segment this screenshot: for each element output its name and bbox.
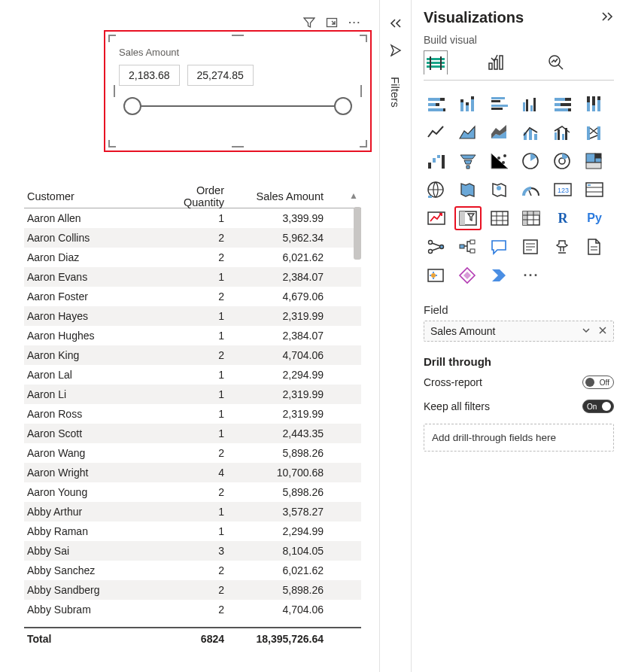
treemap-icon[interactable]: [582, 150, 607, 172]
table-row[interactable]: Aaron Wang25,898.26: [24, 443, 361, 463]
area-chart-icon[interactable]: [455, 121, 481, 144]
cell-qty: 2: [153, 349, 238, 361]
table-row[interactable]: Aaron Lal12,294.99: [24, 365, 361, 385]
slicer-to-input[interactable]: 25,274.85: [187, 65, 254, 86]
r-visual-icon[interactable]: R: [550, 207, 576, 230]
paginated-report-icon[interactable]: [582, 236, 607, 258]
arcgis-icon[interactable]: [424, 264, 449, 287]
svg-rect-14: [428, 108, 443, 111]
table-row[interactable]: Aaron Li12,319.99: [24, 385, 361, 404]
expand-right-icon[interactable]: [600, 11, 614, 24]
tab-build-visual[interactable]: [424, 50, 448, 74]
slicer-slider[interactable]: [132, 105, 343, 107]
azure-map-icon[interactable]: [487, 178, 512, 201]
table-row[interactable]: Abby Sandberg25,898.26: [24, 580, 361, 600]
report-canvas[interactable]: ··· Sales Amount 2,183.68 25,274.85 ▲ Cu…: [0, 0, 380, 672]
100-stacked-bar-icon[interactable]: [550, 93, 576, 115]
smart-narrative-icon[interactable]: [518, 236, 544, 258]
gauge-icon[interactable]: [518, 178, 544, 201]
cell-customer: Aaron Allen: [27, 212, 153, 224]
goals-icon[interactable]: [550, 236, 576, 258]
ribbon-chart-icon[interactable]: [582, 121, 607, 144]
stacked-bar-icon[interactable]: [424, 93, 449, 115]
clustered-bar-icon[interactable]: [487, 93, 512, 115]
table-row[interactable]: Abby Arthur13,578.27: [24, 502, 361, 521]
col-header-amount[interactable]: Sales Amount: [238, 190, 324, 202]
table-row[interactable]: Aaron Diaz26,021.62: [24, 248, 361, 267]
power-automate-icon[interactable]: [487, 264, 512, 287]
line-chart-icon[interactable]: [424, 121, 449, 144]
cross-report-toggle[interactable]: Off: [582, 376, 614, 389]
table-row[interactable]: Abby Sanchez26,021.62: [24, 561, 361, 580]
cell-customer: Aaron Li: [27, 388, 153, 400]
python-visual-icon[interactable]: Py: [582, 207, 607, 230]
filter-icon[interactable]: [303, 17, 315, 31]
col-header-qty[interactable]: Order Quantity: [153, 184, 238, 208]
slider-thumb-max[interactable]: [334, 97, 352, 115]
table-row[interactable]: Aaron Evans12,384.07: [24, 267, 361, 287]
slicer-visual[interactable]: Sales Amount 2,183.68 25,274.85: [104, 30, 372, 152]
slicer-from-input[interactable]: 2,183.68: [119, 65, 180, 86]
filled-map-icon[interactable]: [455, 178, 481, 201]
slider-thumb-min[interactable]: [123, 97, 141, 115]
line-clustered-column-icon[interactable]: [550, 121, 576, 144]
map-icon[interactable]: [424, 178, 449, 201]
cell-amount: 5,898.26: [238, 584, 324, 596]
keep-filters-toggle[interactable]: On: [582, 400, 614, 413]
table-scrollbar[interactable]: [354, 207, 361, 260]
clustered-column-icon[interactable]: [518, 93, 544, 115]
field-chip[interactable]: Sales Amount: [430, 325, 577, 337]
tab-analytics[interactable]: [544, 50, 568, 74]
funnel-icon[interactable]: [455, 150, 481, 172]
table-row[interactable]: Abby Raman12,294.99: [24, 521, 361, 541]
table-row[interactable]: Abby Sai38,104.05: [24, 541, 361, 561]
sort-caret-icon[interactable]: ▲: [349, 190, 358, 201]
decomposition-tree-icon[interactable]: [455, 236, 481, 258]
line-stacked-column-icon[interactable]: [518, 121, 544, 144]
waterfall-icon[interactable]: [424, 150, 449, 172]
stacked-column-icon[interactable]: [455, 93, 481, 115]
svg-rect-41: [597, 96, 600, 100]
table-row[interactable]: Aaron King24,704.06: [24, 345, 361, 365]
focus-mode-icon[interactable]: [326, 17, 338, 31]
table-row[interactable]: Aaron Hughes12,384.07: [24, 326, 361, 345]
cell-customer: Aaron Evans: [27, 271, 153, 283]
table-row[interactable]: Aaron Wright410,700.68: [24, 463, 361, 482]
col-header-customer[interactable]: Customer: [27, 190, 153, 202]
key-influencers-icon[interactable]: [424, 236, 449, 258]
table-row[interactable]: Aaron Collins25,962.34: [24, 228, 361, 248]
qa-icon[interactable]: [487, 236, 512, 258]
matrix-icon[interactable]: [518, 207, 544, 230]
collapse-left-icon[interactable]: [389, 18, 403, 31]
power-apps-icon[interactable]: [455, 264, 481, 287]
get-more-visuals-icon[interactable]: ···: [518, 264, 544, 287]
table-row[interactable]: Aaron Allen13,399.99: [24, 208, 361, 228]
field-remove-icon[interactable]: [598, 326, 607, 337]
table-row[interactable]: Aaron Ross12,319.99: [24, 404, 361, 424]
scatter-icon[interactable]: [487, 150, 512, 172]
filters-pane-collapsed[interactable]: Filters: [380, 0, 412, 672]
multi-row-card-icon[interactable]: [582, 178, 607, 201]
field-well[interactable]: Sales Amount: [424, 321, 614, 342]
more-options-icon[interactable]: ···: [348, 17, 361, 31]
svg-rect-65: [586, 163, 601, 169]
table-row[interactable]: Aaron Scott12,443.35: [24, 424, 361, 443]
table-visual[interactable]: ▲ Customer Order Quantity Sales Amount A…: [24, 184, 361, 649]
table-row[interactable]: Aaron Young25,898.26: [24, 482, 361, 502]
filters-icon[interactable]: [389, 43, 403, 59]
table-row[interactable]: Abby Subram24,704.06: [24, 600, 361, 619]
pie-icon[interactable]: [518, 150, 544, 172]
stacked-area-icon[interactable]: [487, 121, 512, 144]
svg-rect-77: [460, 211, 465, 225]
field-dropdown-icon[interactable]: [582, 326, 591, 337]
table-row[interactable]: Aaron Foster24,679.06: [24, 287, 361, 306]
card-icon[interactable]: 123: [550, 178, 576, 201]
kpi-icon[interactable]: [424, 207, 449, 230]
donut-icon[interactable]: [550, 150, 576, 172]
tab-format-visual[interactable]: [484, 50, 508, 74]
slicer-icon[interactable]: [455, 207, 481, 230]
table-icon[interactable]: [487, 207, 512, 230]
drill-drop-area[interactable]: Add drill-through fields here: [424, 424, 614, 452]
table-row[interactable]: Aaron Hayes12,319.99: [24, 306, 361, 326]
100-stacked-column-icon[interactable]: [582, 93, 607, 115]
